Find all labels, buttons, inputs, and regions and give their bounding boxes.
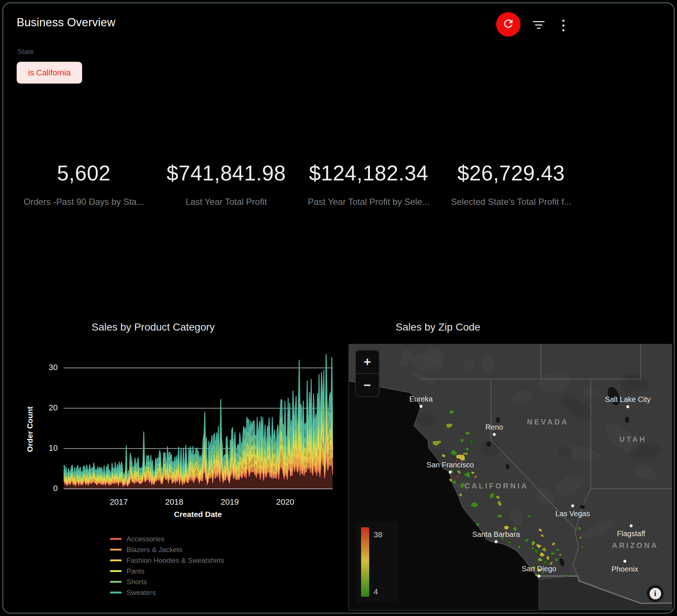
svg-text:2020: 2020 [276, 497, 294, 507]
state-filter-chip[interactable]: is California [17, 62, 82, 84]
zoom-out-button[interactable]: − [356, 374, 379, 396]
kpi-row: 5,602 Orders -Past 90 Days by Sta... $74… [13, 161, 582, 207]
legend-label: Shorts [127, 578, 147, 586]
city-label: San Francisco [427, 461, 474, 469]
kpi-value: $741,841.98 [155, 161, 297, 185]
zip-code-map[interactable]: NEVADAUTAHCALIFORNIAARIZONAEurekaSalt La… [348, 344, 672, 610]
legend-label: Fashion Hoodies & Sweatshirts [127, 556, 224, 565]
filter-list-icon [533, 21, 545, 29]
svg-text:2019: 2019 [221, 497, 239, 507]
kpi-past-year-profit: $124,182.34 Past Year Total Profit by Se… [297, 161, 440, 207]
city-label: San Diego [522, 565, 556, 573]
kpi-value: $124,182.34 [297, 161, 440, 185]
city-label: Eureka [409, 395, 433, 403]
map-info-button[interactable]: i [647, 585, 664, 602]
scale-min: 4 [374, 587, 378, 596]
city-label: Reno [485, 423, 503, 431]
page-title: Business Overview [17, 16, 115, 29]
svg-text:2017: 2017 [110, 497, 128, 507]
kebab-dot [562, 20, 565, 22]
kpi-value: 5,602 [13, 161, 155, 185]
svg-text:0: 0 [53, 484, 58, 493]
map-zoom-controls: + − [355, 350, 380, 397]
legend-swatch [110, 592, 122, 593]
legend-swatch [110, 538, 122, 540]
kebab-dot [562, 24, 565, 27]
refresh-button[interactable] [496, 12, 521, 37]
legend-swatch [110, 581, 122, 583]
more-options-button[interactable] [557, 17, 570, 34]
refresh-icon [502, 17, 515, 31]
state-label: ARIZONA [612, 541, 659, 549]
zip-map-title: Sales by Zip Code [299, 321, 577, 333]
info-icon: i [650, 588, 661, 599]
city-label: Santa Barbara [472, 530, 521, 538]
kpi-last-year-profit: $741,841.98 Last Year Total Profit [155, 161, 297, 207]
legend-item[interactable]: Fashion Hoodies & Sweatshirts [110, 555, 224, 566]
svg-text:2018: 2018 [165, 497, 183, 507]
category-chart-title: Sales by Product Category [14, 321, 292, 333]
legend-item[interactable]: Pants [110, 566, 224, 576]
legend-swatch [110, 549, 122, 551]
kpi-value: $26,729.43 [440, 161, 582, 185]
color-gradient-bar [361, 527, 369, 597]
state-label: UTAH [619, 435, 647, 443]
filter-state-label: State [17, 48, 34, 56]
kpi-label: Selected State's Total Profit f... [440, 197, 582, 207]
map-color-scale: 38 4 [356, 521, 399, 603]
kpi-label: Past Year Total Profit by Sele... [297, 197, 440, 207]
dashboard-frame: Business Overview State is California 5,… [2, 2, 675, 614]
city-label: Salt Lake City [605, 395, 650, 403]
kpi-label: Orders -Past 90 Days by Sta... [13, 197, 155, 207]
kebab-dot [562, 29, 565, 31]
kpi-label: Last Year Total Profit [155, 197, 297, 207]
kpi-state-profit: $26,729.43 Selected State's Total Profit… [440, 161, 582, 207]
svg-text:Created Date: Created Date [174, 510, 222, 518]
state-label: NEVADA [527, 418, 569, 426]
state-label: CALIFORNIA [464, 482, 528, 490]
legend-item[interactable]: Accessories [110, 534, 224, 544]
legend-item[interactable]: Shorts [110, 576, 224, 587]
svg-text:10: 10 [49, 443, 58, 453]
city-label: Flagstaff [617, 529, 646, 538]
kpi-orders: 5,602 Orders -Past 90 Days by Sta... [13, 161, 155, 207]
legend-label: Blazers & Jackets [127, 546, 182, 554]
sales-by-category-chart[interactable]: 30201002017201820192020Created DateOrder… [24, 347, 336, 523]
legend-swatch [110, 570, 122, 572]
svg-text:30: 30 [49, 363, 58, 372]
city-label: Phoenix [612, 565, 638, 573]
legend-item[interactable]: Blazers & Jackets [110, 544, 224, 555]
city-label: Las Vegas [555, 510, 590, 518]
legend-item[interactable]: Sweaters [110, 587, 224, 598]
legend-label: Accessories [127, 535, 164, 543]
scale-max: 38 [374, 530, 382, 539]
category-chart-legend: Accessories Blazers & Jackets Fashion Ho… [110, 534, 224, 598]
svg-text:Order Count: Order Count [26, 406, 34, 452]
zoom-in-button[interactable]: + [356, 351, 379, 373]
legend-swatch [110, 559, 122, 561]
filter-button[interactable] [530, 18, 547, 31]
svg-text:20: 20 [49, 403, 58, 412]
legend-label: Pants [127, 567, 145, 575]
legend-label: Sweaters [127, 589, 156, 597]
